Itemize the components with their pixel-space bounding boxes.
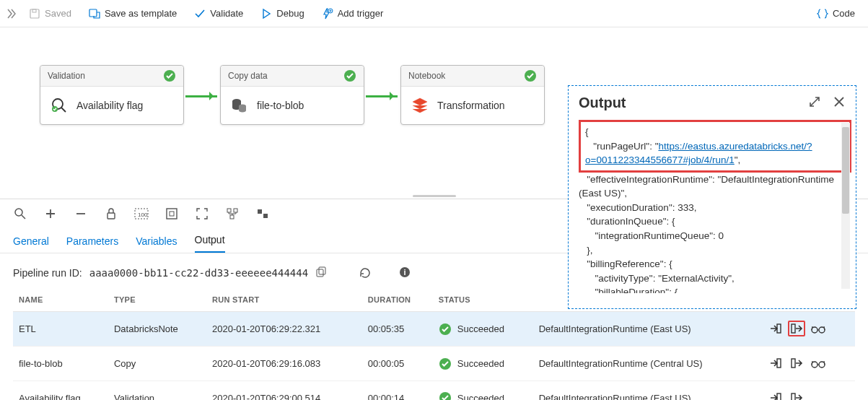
databricks-icon xyxy=(410,95,430,116)
col-name[interactable]: NAME xyxy=(13,288,108,312)
add-trigger-label: Add trigger xyxy=(338,8,384,19)
close-icon[interactable] xyxy=(833,95,849,111)
svg-rect-1 xyxy=(32,9,36,12)
node-type-label: Validation xyxy=(48,71,85,81)
svg-rect-15 xyxy=(167,209,177,219)
output-icon[interactable] xyxy=(788,355,805,371)
debug-label: Debug xyxy=(276,8,304,19)
zoom-fit-icon[interactable]: 100 xyxy=(134,206,149,221)
output-icon[interactable] xyxy=(788,390,805,400)
run-id-label: Pipeline run ID: xyxy=(13,267,82,279)
svg-rect-2 xyxy=(89,9,97,17)
save-icon xyxy=(29,8,40,19)
align-icon[interactable] xyxy=(255,206,270,221)
cell-status: Succeeded xyxy=(433,347,533,381)
json-text: "durationInQueue": { xyxy=(587,216,675,227)
col-type[interactable]: TYPE xyxy=(108,288,206,312)
tab-parameters[interactable]: Parameters xyxy=(66,235,118,253)
cell-status: Succeeded xyxy=(433,312,533,347)
refresh-icon[interactable] xyxy=(359,266,372,279)
svg-point-35 xyxy=(819,362,825,368)
cell-actions xyxy=(760,312,855,347)
success-check-icon xyxy=(439,357,452,370)
col-stat[interactable]: STATUS xyxy=(433,288,533,312)
glasses-icon[interactable] xyxy=(810,321,827,337)
edge-1 xyxy=(185,95,217,97)
table-row[interactable]: ETL DatabricksNote 2020-01-20T06:29:22.3… xyxy=(13,312,855,347)
node-notebook[interactable]: Notebook Transformation xyxy=(400,65,545,125)
svg-point-29 xyxy=(812,327,817,333)
svg-rect-22 xyxy=(317,269,323,277)
col-start[interactable]: RUN START xyxy=(206,288,362,312)
svg-rect-12 xyxy=(108,213,115,219)
expand-icon[interactable] xyxy=(808,95,824,111)
table-row[interactable]: Availability flag Validation 2020-01-20T… xyxy=(13,381,855,401)
top-toolbar: Saved Save as template Validate Debug Ad… xyxy=(0,0,868,27)
search-icon[interactable] xyxy=(13,206,27,221)
success-check-icon xyxy=(163,69,176,82)
svg-text:100: 100 xyxy=(138,212,148,218)
node-validation[interactable]: Validation Availability flag xyxy=(40,65,184,125)
input-icon[interactable] xyxy=(767,390,784,400)
copy-icon[interactable] xyxy=(315,266,328,279)
cell-name: ETL xyxy=(13,312,108,347)
save-template-icon xyxy=(89,8,100,19)
zoom-in-icon[interactable] xyxy=(43,206,58,221)
auto-layout-icon[interactable] xyxy=(225,206,240,221)
save-template-label: Save as template xyxy=(105,8,177,19)
cell-runtime: DefaultIntegrationRuntime (East US) xyxy=(533,312,760,347)
success-check-icon xyxy=(343,69,356,82)
col-dur[interactable]: DURATION xyxy=(362,288,433,312)
json-text: { xyxy=(585,126,589,137)
input-icon[interactable] xyxy=(767,321,784,336)
save-as-template-button[interactable]: Save as template xyxy=(82,5,184,22)
play-icon xyxy=(260,8,272,19)
cell-name: file-to-blob xyxy=(13,347,108,381)
lock-icon[interactable] xyxy=(104,206,118,221)
svg-rect-38 xyxy=(792,394,795,400)
vertical-scrollbar[interactable] xyxy=(841,123,850,289)
database-copy-icon xyxy=(229,95,250,116)
json-text: ", xyxy=(735,155,741,165)
glasses-icon[interactable] xyxy=(810,356,827,372)
expand-chevron-icon[interactable] xyxy=(6,9,19,19)
table-row[interactable]: file-to-blob Copy 2020-01-20T06:29:16.08… xyxy=(13,347,855,381)
svg-rect-19 xyxy=(230,215,234,219)
run-id-value: aaaa0000-bb11-cc22-dd33-eeeeee444444 xyxy=(89,267,308,279)
node-title: Transformation xyxy=(437,100,505,111)
validate-button[interactable]: Validate xyxy=(187,5,250,22)
debug-button[interactable]: Debug xyxy=(253,5,311,22)
code-button[interactable]: Code xyxy=(810,5,862,22)
cell-runtime: DefaultIntegrationRuntime (Central US) xyxy=(533,347,760,381)
edge-2 xyxy=(366,95,398,97)
cell-type: DatabricksNote xyxy=(108,312,206,347)
json-text: }, xyxy=(587,245,592,256)
cell-name: Availability flag xyxy=(13,381,108,401)
tab-general[interactable]: General xyxy=(13,235,49,253)
fit-screen-icon[interactable] xyxy=(165,206,179,221)
info-icon[interactable]: i xyxy=(399,266,412,279)
node-copy-data[interactable]: Copy data file-to-blob xyxy=(220,65,364,125)
add-trigger-button[interactable]: Add trigger xyxy=(315,5,391,22)
cell-type: Validation xyxy=(108,381,206,401)
zoom-out-icon[interactable] xyxy=(74,206,88,221)
output-icon[interactable] xyxy=(788,321,805,336)
json-text: "integrationRuntimeQueue": 0 xyxy=(595,230,724,241)
svg-point-30 xyxy=(819,327,825,333)
input-icon[interactable] xyxy=(767,355,784,371)
tab-output[interactable]: Output xyxy=(195,234,225,253)
node-title: Availability flag xyxy=(76,100,143,111)
svg-rect-28 xyxy=(792,324,795,333)
saved-status: Saved xyxy=(22,5,79,22)
cell-status: Succeeded xyxy=(433,381,533,401)
svg-rect-33 xyxy=(792,359,795,368)
node-type-label: Copy data xyxy=(228,71,268,81)
output-json-body: { "runPageUrl": "https://eastus.azuredat… xyxy=(579,120,851,293)
cell-start: 2020-01-20T06:29:22.321 xyxy=(206,312,362,347)
svg-rect-21 xyxy=(263,214,268,218)
fullscreen-icon[interactable] xyxy=(195,206,209,221)
success-check-icon xyxy=(524,69,537,82)
cell-dur: 00:00:05 xyxy=(362,347,433,381)
tab-variables[interactable]: Variables xyxy=(136,235,177,253)
success-check-icon xyxy=(439,391,452,400)
